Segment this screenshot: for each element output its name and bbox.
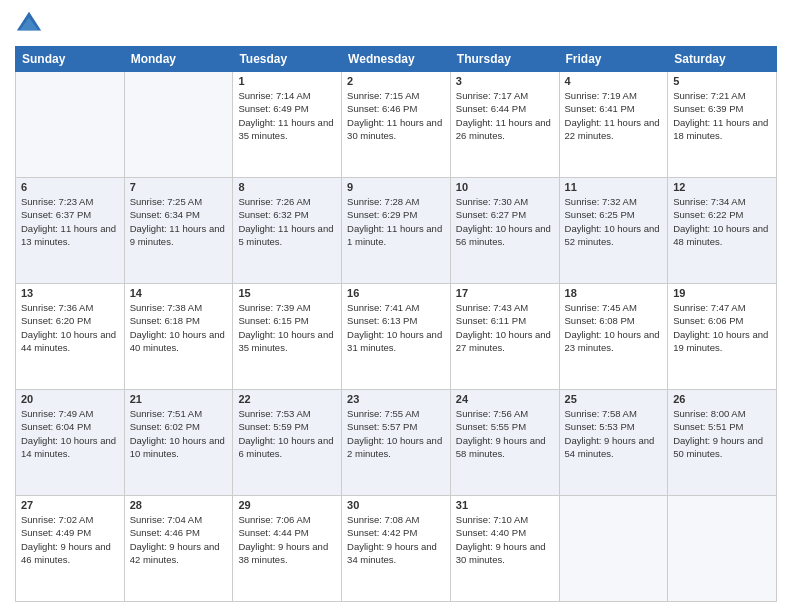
cell-content: Sunrise: 7:28 AMSunset: 6:29 PMDaylight:… [347, 195, 445, 248]
cell-content: Sunrise: 7:43 AMSunset: 6:11 PMDaylight:… [456, 301, 554, 354]
cell-content: Sunrise: 7:51 AMSunset: 6:02 PMDaylight:… [130, 407, 228, 460]
sunset-text: Sunset: 6:08 PM [565, 314, 663, 327]
calendar-week-row: 20Sunrise: 7:49 AMSunset: 6:04 PMDayligh… [16, 390, 777, 496]
calendar-cell [559, 496, 668, 602]
cell-content: Sunrise: 7:56 AMSunset: 5:55 PMDaylight:… [456, 407, 554, 460]
weekday-header: Sunday [16, 47, 125, 72]
daylight-text: Daylight: 9 hours and 54 minutes. [565, 434, 663, 461]
sunrise-text: Sunrise: 7:04 AM [130, 513, 228, 526]
sunset-text: Sunset: 6:29 PM [347, 208, 445, 221]
sunrise-text: Sunrise: 7:23 AM [21, 195, 119, 208]
sunrise-text: Sunrise: 7:25 AM [130, 195, 228, 208]
calendar-cell: 5Sunrise: 7:21 AMSunset: 6:39 PMDaylight… [668, 72, 777, 178]
day-number: 15 [238, 287, 336, 299]
sunset-text: Sunset: 6:41 PM [565, 102, 663, 115]
day-number: 26 [673, 393, 771, 405]
weekday-header: Tuesday [233, 47, 342, 72]
daylight-text: Daylight: 10 hours and 27 minutes. [456, 328, 554, 355]
sunrise-text: Sunrise: 7:47 AM [673, 301, 771, 314]
day-number: 3 [456, 75, 554, 87]
day-number: 5 [673, 75, 771, 87]
sunset-text: Sunset: 5:59 PM [238, 420, 336, 433]
sunset-text: Sunset: 6:27 PM [456, 208, 554, 221]
daylight-text: Daylight: 11 hours and 26 minutes. [456, 116, 554, 143]
cell-content: Sunrise: 7:15 AMSunset: 6:46 PMDaylight:… [347, 89, 445, 142]
calendar-cell: 20Sunrise: 7:49 AMSunset: 6:04 PMDayligh… [16, 390, 125, 496]
weekday-header: Monday [124, 47, 233, 72]
calendar-cell [124, 72, 233, 178]
daylight-text: Daylight: 10 hours and 2 minutes. [347, 434, 445, 461]
day-number: 2 [347, 75, 445, 87]
sunset-text: Sunset: 5:51 PM [673, 420, 771, 433]
sunrise-text: Sunrise: 7:36 AM [21, 301, 119, 314]
calendar-cell: 14Sunrise: 7:38 AMSunset: 6:18 PMDayligh… [124, 284, 233, 390]
sunrise-text: Sunrise: 7:02 AM [21, 513, 119, 526]
logo [15, 10, 47, 38]
sunset-text: Sunset: 6:22 PM [673, 208, 771, 221]
weekday-header: Saturday [668, 47, 777, 72]
sunset-text: Sunset: 6:06 PM [673, 314, 771, 327]
cell-content: Sunrise: 7:10 AMSunset: 4:40 PMDaylight:… [456, 513, 554, 566]
daylight-text: Daylight: 10 hours and 48 minutes. [673, 222, 771, 249]
daylight-text: Daylight: 9 hours and 46 minutes. [21, 540, 119, 567]
page: SundayMondayTuesdayWednesdayThursdayFrid… [0, 0, 792, 612]
day-number: 19 [673, 287, 771, 299]
daylight-text: Daylight: 11 hours and 9 minutes. [130, 222, 228, 249]
calendar-cell: 3Sunrise: 7:17 AMSunset: 6:44 PMDaylight… [450, 72, 559, 178]
sunset-text: Sunset: 6:20 PM [21, 314, 119, 327]
calendar-cell: 18Sunrise: 7:45 AMSunset: 6:08 PMDayligh… [559, 284, 668, 390]
cell-content: Sunrise: 7:21 AMSunset: 6:39 PMDaylight:… [673, 89, 771, 142]
calendar-cell: 21Sunrise: 7:51 AMSunset: 6:02 PMDayligh… [124, 390, 233, 496]
logo-icon [15, 10, 43, 38]
day-number: 6 [21, 181, 119, 193]
sunrise-text: Sunrise: 7:51 AM [130, 407, 228, 420]
cell-content: Sunrise: 7:58 AMSunset: 5:53 PMDaylight:… [565, 407, 663, 460]
day-number: 29 [238, 499, 336, 511]
sunrise-text: Sunrise: 7:58 AM [565, 407, 663, 420]
sunrise-text: Sunrise: 7:08 AM [347, 513, 445, 526]
calendar-cell: 30Sunrise: 7:08 AMSunset: 4:42 PMDayligh… [342, 496, 451, 602]
sunrise-text: Sunrise: 7:30 AM [456, 195, 554, 208]
sunrise-text: Sunrise: 7:19 AM [565, 89, 663, 102]
sunset-text: Sunset: 5:53 PM [565, 420, 663, 433]
calendar-cell: 9Sunrise: 7:28 AMSunset: 6:29 PMDaylight… [342, 178, 451, 284]
daylight-text: Daylight: 11 hours and 5 minutes. [238, 222, 336, 249]
calendar-cell: 17Sunrise: 7:43 AMSunset: 6:11 PMDayligh… [450, 284, 559, 390]
day-number: 30 [347, 499, 445, 511]
daylight-text: Daylight: 10 hours and 40 minutes. [130, 328, 228, 355]
daylight-text: Daylight: 10 hours and 44 minutes. [21, 328, 119, 355]
calendar-cell: 22Sunrise: 7:53 AMSunset: 5:59 PMDayligh… [233, 390, 342, 496]
sunrise-text: Sunrise: 7:28 AM [347, 195, 445, 208]
sunrise-text: Sunrise: 7:49 AM [21, 407, 119, 420]
daylight-text: Daylight: 10 hours and 52 minutes. [565, 222, 663, 249]
cell-content: Sunrise: 7:36 AMSunset: 6:20 PMDaylight:… [21, 301, 119, 354]
cell-content: Sunrise: 7:04 AMSunset: 4:46 PMDaylight:… [130, 513, 228, 566]
calendar-cell [16, 72, 125, 178]
day-number: 24 [456, 393, 554, 405]
calendar-cell: 28Sunrise: 7:04 AMSunset: 4:46 PMDayligh… [124, 496, 233, 602]
cell-content: Sunrise: 8:00 AMSunset: 5:51 PMDaylight:… [673, 407, 771, 460]
daylight-text: Daylight: 9 hours and 34 minutes. [347, 540, 445, 567]
daylight-text: Daylight: 10 hours and 10 minutes. [130, 434, 228, 461]
day-number: 8 [238, 181, 336, 193]
daylight-text: Daylight: 9 hours and 58 minutes. [456, 434, 554, 461]
daylight-text: Daylight: 10 hours and 6 minutes. [238, 434, 336, 461]
sunrise-text: Sunrise: 7:38 AM [130, 301, 228, 314]
day-number: 31 [456, 499, 554, 511]
cell-content: Sunrise: 7:30 AMSunset: 6:27 PMDaylight:… [456, 195, 554, 248]
calendar-cell: 2Sunrise: 7:15 AMSunset: 6:46 PMDaylight… [342, 72, 451, 178]
daylight-text: Daylight: 11 hours and 30 minutes. [347, 116, 445, 143]
cell-content: Sunrise: 7:53 AMSunset: 5:59 PMDaylight:… [238, 407, 336, 460]
weekday-header: Wednesday [342, 47, 451, 72]
cell-content: Sunrise: 7:26 AMSunset: 6:32 PMDaylight:… [238, 195, 336, 248]
cell-content: Sunrise: 7:47 AMSunset: 6:06 PMDaylight:… [673, 301, 771, 354]
day-number: 17 [456, 287, 554, 299]
sunrise-text: Sunrise: 7:26 AM [238, 195, 336, 208]
weekday-header-row: SundayMondayTuesdayWednesdayThursdayFrid… [16, 47, 777, 72]
sunset-text: Sunset: 6:37 PM [21, 208, 119, 221]
calendar-cell: 10Sunrise: 7:30 AMSunset: 6:27 PMDayligh… [450, 178, 559, 284]
day-number: 12 [673, 181, 771, 193]
daylight-text: Daylight: 10 hours and 14 minutes. [21, 434, 119, 461]
day-number: 23 [347, 393, 445, 405]
weekday-header: Friday [559, 47, 668, 72]
